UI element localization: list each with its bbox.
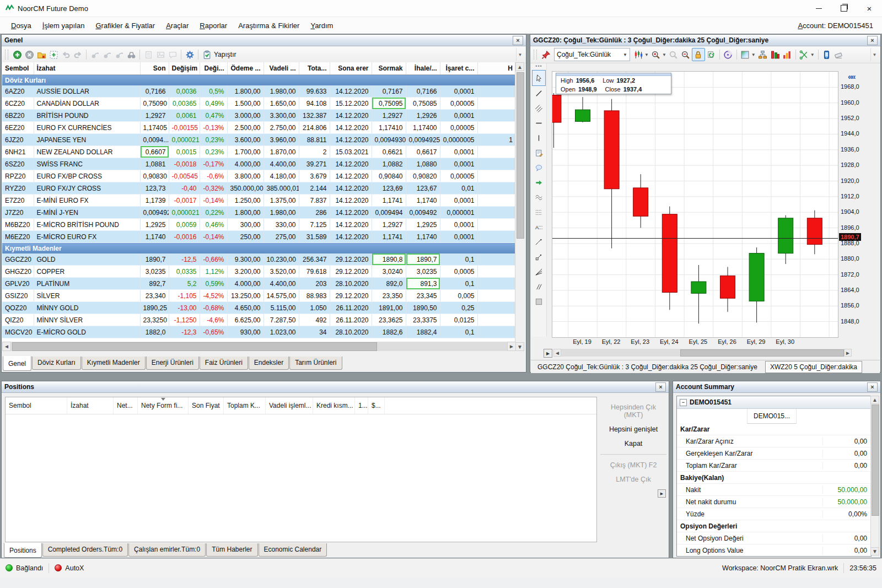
text-levels-icon[interactable]: A [533,220,545,235]
column-header-sormak[interactable]: Sormak [372,62,406,75]
positions-column-i-zahat[interactable]: İzahat [67,397,114,414]
data-window-icon[interactable] [705,48,717,61]
chevron-down-icon[interactable]: ▼ [810,52,815,57]
document-icon[interactable] [142,48,154,61]
box-tool-icon[interactable] [533,294,545,309]
positions-column-nety-form-fi-[interactable]: Nety Form fi... [138,397,189,414]
send-1-icon[interactable] [89,48,101,61]
trendline-icon[interactable] [533,86,545,101]
chart-type-icon[interactable] [632,48,644,61]
scroll-left-icon[interactable]: ◄ [553,349,561,357]
add-icon[interactable] [11,48,23,61]
candle-9[interactable] [807,211,822,255]
menu-item-i-lem-yap-lan[interactable]: İşlem yapılan [37,19,90,33]
send-3-icon[interactable] [113,48,125,61]
candle-6[interactable] [720,267,735,312]
templates-icon[interactable] [757,48,769,61]
candle-8[interactable] [778,215,793,265]
positions-column-toplam-k-[interactable]: Toplam K... [224,397,266,414]
chart-panel-close-icon[interactable]: × [867,36,878,45]
quote-row-6BZ20[interactable]: 6BZ20BRİTİSH POUND1,29270,00610,47%3.000… [2,110,516,122]
scroll-up-icon[interactable]: ▲ [515,62,524,71]
quote-row-6NH21[interactable]: 6NH21NEW ZEALAND DOLLAR0,66070,00150,23%… [2,146,516,158]
candle-4[interactable] [662,207,677,310]
pointer-icon[interactable] [532,70,546,86]
zoom-out-icon[interactable] [680,48,692,61]
column-header-i-zahat[interactable]: İzahat [34,62,140,75]
vertical-line-icon[interactable] [533,131,545,145]
quote-row-M6EZ20[interactable]: M6EZ20E-MİCRO EURO FX1,1740-0,0016-0,14%… [2,231,516,243]
web-research-icon[interactable] [722,48,734,61]
channel-icon[interactable] [533,279,545,294]
studies-icon[interactable] [769,48,781,61]
column-header-i-aret-c-[interactable]: İşaret c... [440,62,477,75]
quote-row-J7Z20[interactable]: J7Z20E-MİNİ J-YEN0,0094920,0000210,22%1.… [2,207,516,219]
redo-icon[interactable] [72,48,84,61]
column-header-de-i-im[interactable]: Değişim [169,62,200,75]
lock-scale-icon[interactable] [692,48,705,61]
toolbar-overflow-icon[interactable]: ▼ [870,48,878,61]
cut-icon[interactable] [798,48,810,61]
quote-row-RYZ20[interactable]: RYZ20EURO FX/JY CROSS123,73-0,40-0,32%35… [2,182,516,195]
pin-icon[interactable] [540,48,552,61]
expand-actions-icon[interactable]: ▶ [658,489,666,498]
chevron-down-icon[interactable]: ▼ [619,52,627,57]
scroll-right-icon[interactable]: ► [844,349,852,357]
chevron-down-icon[interactable]: ▼ [644,52,649,57]
candle-7[interactable] [749,247,764,322]
scroll-right-icon[interactable]: ► [507,342,516,351]
positions-column-sembol[interactable]: Sembol [6,397,67,414]
quote-row-6AZ20[interactable]: 6AZ20AUSSİE DOLLAR0,71660,00360,5%1.800,… [2,85,516,98]
positions-column--[interactable]: $... [368,397,385,414]
chevron-down-icon[interactable]: ▼ [751,52,756,57]
candle-2[interactable] [604,99,619,249]
arrow-icon[interactable] [533,175,545,190]
tab-d-viz-kurlar-[interactable]: Döviz Kurları [32,357,81,370]
quote-row-GGCZ20[interactable]: GGCZ20GOLD1890,7-12,5-0,66%9.300,0010.23… [2,253,516,266]
tab-faiz-r-nleri[interactable]: Faiz Ürünleri [200,357,248,370]
menu-item-grafikler-fiyatlar[interactable]: Grafikler & Fiyatlar [90,19,160,33]
horizontal-line-icon[interactable] [533,116,545,131]
quote-row-GHGZ20[interactable]: GHGZ20COPPER3,02350,03351,12%3.200,003.5… [2,266,516,278]
candle-5[interactable] [691,265,706,323]
positions-column-kredi-k-sm-[interactable]: Kredi kısm... [313,397,355,414]
positions-column-vadeli-i-leml-[interactable]: Vadeli işleml... [266,397,313,414]
chart-plot-area[interactable]: High 1956,6 Low 1927,2 Open 1948,9 Close… [552,71,838,338]
scroll-up-icon[interactable]: ▲ [870,396,879,404]
column-header-i-hale-[interactable]: İhale/... [406,62,440,75]
scroll-down-icon[interactable]: ▼ [870,547,879,555]
tab-endeksler[interactable]: Endeksler [249,357,289,370]
new-selection-icon[interactable] [47,48,60,61]
menu-item-yard-m[interactable]: Yardım [305,19,338,33]
quote-row-6CZ20[interactable]: 6CZ20CANADİAN DOLLAR0,750900,003650,49%1… [2,98,516,110]
column-header-h[interactable]: H [477,62,516,75]
expand-scroll-icon[interactable]: ▶ [544,349,552,358]
chart-tab-1[interactable]: XWZ20 5 Çoğul_Diğer:dakika [765,361,862,373]
quote-row-6EZ20[interactable]: 6EZ20EURO FX CURRENCİES1,17405-0,00155-0… [2,122,516,134]
quote-row-6JZ20[interactable]: 6JZ20JAPANESE YEN0,0094...0,00002150,23%… [2,134,516,146]
column-header-de-i-[interactable]: Deği... [200,62,227,75]
positions-button-hepsini-geni-let[interactable]: Hepsini genişlet [600,422,666,436]
chevron-down-icon[interactable]: ▼ [662,52,666,57]
find-icon[interactable] [125,48,137,61]
settings-icon[interactable] [184,48,196,61]
menu-item-ara-t-rma-fikirler[interactable]: Araştırma & Fikirler [233,19,305,33]
fibonacci-levels-icon[interactable] [533,205,545,220]
column-header-vadeli-[interactable]: Vadeli ... [263,62,299,75]
toolbar-overflow-icon[interactable]: ▼ [516,48,524,61]
candle-3[interactable] [633,174,648,228]
account-row-header[interactable]: − DEMO015451 [677,396,871,409]
tab--al-lan-emirler-t-m-0[interactable]: Çalışlan emirler.Tüm:0 [128,543,206,557]
positions-column-1-[interactable]: 1... [355,397,368,414]
tab-enerji-r-nleri[interactable]: Enerji Ürünleri [146,357,199,370]
quote-row-MGCV20[interactable]: MGCV20E-MİCRO GOLD1882,0-12,3-0,65%930,0… [2,326,516,338]
tab-genel[interactable]: Genel [3,356,31,371]
collapse-panel-icon[interactable]: «« [848,72,855,81]
trend-arrows-icon[interactable] [533,235,545,250]
column-header--deme-[interactable]: Ödeme ... [227,62,263,75]
quote-row-RPZ20[interactable]: RPZ20EURO FX/BP CROSS0,90830-0,00545-0,6… [2,170,516,182]
tab-economic-calendar[interactable]: Economic Calendar [259,543,327,557]
quotes-panel-close-icon[interactable]: × [513,36,523,45]
scroll-left-icon[interactable]: ◄ [2,342,11,351]
delete-icon[interactable] [23,48,35,61]
